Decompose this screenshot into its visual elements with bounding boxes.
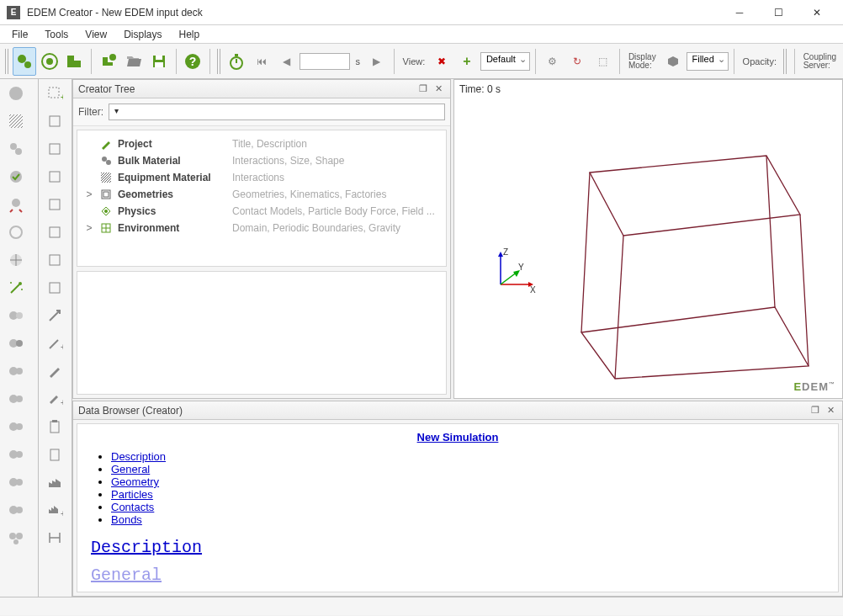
link-particles[interactable]: Particles [111,488,153,501]
first-frame-button[interactable]: ⏮ [250,47,273,76]
view-remove-button[interactable]: ✖ [430,47,453,76]
toolbar-grip[interactable] [783,49,787,74]
tree-item-equipment-material[interactable]: Equipment Material Interactions [81,169,443,186]
link-bonds[interactable]: Bonds [111,513,142,526]
pencil-add-icon[interactable]: + [40,386,69,412]
menu-view[interactable]: View [77,27,115,42]
view-add-button[interactable]: + [455,47,479,76]
open-button[interactable] [122,47,146,76]
view-label: View: [400,56,429,66]
app-icon: E [7,6,20,19]
tool-wand-icon[interactable] [2,275,30,300]
tool-two-sphere-a-icon[interactable] [2,303,30,328]
creator-mode-button[interactable] [13,47,36,76]
arrow-add-icon[interactable]: + [40,331,69,356]
svg-point-0 [18,55,26,63]
filter-dropdown[interactable] [109,104,445,120]
tool-two-sphere-e-icon[interactable] [2,414,30,439]
link-contacts[interactable]: Contacts [111,501,154,513]
toolbar-grip[interactable] [5,49,9,74]
settings-button[interactable]: ⚙ [541,47,565,76]
tool-two-sphere-f-icon[interactable] [2,442,30,467]
tool-sphere-outline-icon[interactable] [2,220,30,245]
toolbar-grip[interactable] [217,49,221,74]
clipboard-b-icon[interactable] [40,442,69,467]
prev-frame-button[interactable]: ◀ [275,47,299,76]
tool-two-sphere-h-icon[interactable] [2,497,30,523]
tool-sphere-icon[interactable] [2,81,30,106]
left-toolbar-2: + + + + [39,79,72,597]
tool-three-sphere-icon[interactable] [2,525,30,550]
simulator-mode-button[interactable] [38,47,61,76]
svg-rect-55 [52,420,57,422]
creator-tree-title: Creator Tree [78,83,135,95]
tool-sphere-grid-icon[interactable] [2,247,30,273]
menu-file[interactable]: File [3,27,36,42]
factory-add-icon[interactable]: + [40,497,69,523]
panel-close-button[interactable]: ✕ [824,404,837,417]
tool-sphere-checked-icon[interactable] [2,164,30,189]
data-browser-content[interactable]: New Simulation Description General Geome… [77,423,839,592]
tree-item-project[interactable]: Project Title, Description [81,135,443,152]
close-button[interactable]: ✕ [798,0,836,25]
menu-displays[interactable]: Displays [115,27,170,42]
select-box-b-icon[interactable] [40,136,69,162]
factory-a-icon[interactable] [40,470,69,495]
new-button[interactable] [97,47,120,76]
environment-icon [99,221,113,235]
svg-point-4 [109,54,116,61]
tool-hatch-icon[interactable] [2,109,30,134]
panel-float-button[interactable]: ❐ [416,82,430,96]
help-button[interactable]: ? [181,47,204,76]
viewport-3d[interactable]: Time: 0 s Z X Y [453,79,843,399]
select-box-c-icon[interactable] [40,164,69,189]
maximize-button[interactable]: ☐ [759,0,798,25]
simulation-title: New Simulation [91,431,824,443]
link-general[interactable]: General [111,463,150,475]
select-box-g-icon[interactable] [40,275,69,300]
svg-point-31 [16,396,23,402]
menu-tools[interactable]: Tools [36,27,77,42]
measure-icon[interactable] [40,525,69,550]
tree-item-bulk-material[interactable]: Bulk Material Interactions, Size, Shape [81,152,443,169]
stopwatch-button[interactable] [225,47,248,76]
minimize-button[interactable]: ─ [720,0,759,25]
tool-two-sphere-b-icon[interactable] [2,331,30,356]
select-box-d-icon[interactable] [40,192,69,217]
tool-two-sphere-g-icon[interactable] [2,470,30,495]
select-box-icon[interactable] [40,109,69,134]
select-box-f-icon[interactable] [40,247,69,273]
refresh-button[interactable]: ↻ [565,47,589,76]
coupling-label: Coupling Server: [800,53,840,70]
tool-two-sphere-c-icon[interactable] [2,358,30,384]
link-description[interactable]: Description [111,450,166,463]
arrow-a-icon[interactable] [40,303,69,328]
tree-item-environment[interactable]: > Environment Domain, Periodic Boundarie… [81,220,443,236]
lock-button[interactable]: ⬚ [591,47,614,76]
display-mode-dropdown[interactable]: Filled [687,52,729,71]
tool-two-sphere-d-icon[interactable] [2,386,30,412]
save-button[interactable] [147,47,171,76]
creator-tree-panel: Creator Tree ❐ ✕ Filter: Project [72,79,451,399]
select-box-e-icon[interactable] [40,220,69,245]
time-input[interactable] [300,53,350,70]
svg-point-1 [24,61,31,68]
panel-float-button[interactable]: ❐ [809,404,822,417]
svg-point-18 [12,199,20,207]
analyst-mode-button[interactable] [63,47,87,76]
select-box-add-icon[interactable]: + [40,81,69,106]
clipboard-a-icon[interactable] [40,414,69,439]
tree-item-physics[interactable]: Physics Contact Models, Particle Body Fo… [81,203,443,220]
link-geometry[interactable]: Geometry [111,475,159,488]
svg-point-29 [16,368,23,374]
display-mode-icon[interactable] [661,47,685,76]
tool-sphere-arrows-icon[interactable] [2,192,30,217]
menu-help[interactable]: Help [171,27,209,42]
view-dropdown[interactable]: Default [480,52,530,71]
tree-item-geometries[interactable]: > Geometries Geometries, Kinematics, Fac… [81,186,443,203]
tool-multi-sphere-icon[interactable] [2,136,30,162]
svg-text:+: + [61,398,63,407]
panel-close-button[interactable]: ✕ [432,82,445,96]
pencil-a-icon[interactable] [40,358,69,384]
next-frame-button[interactable]: ▶ [365,47,389,76]
